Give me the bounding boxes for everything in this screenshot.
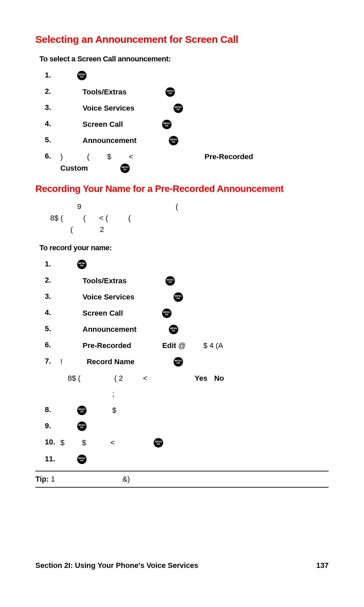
label-announcement: Announcement <box>83 324 136 335</box>
label-edit: Edit <box>162 341 176 351</box>
heading-recording-name: Recording Your Name for a Pre-Recorded A… <box>35 183 329 194</box>
menu-ok-icon: MENUOK <box>169 136 178 145</box>
step-b11: 11. MENUOK <box>45 455 329 465</box>
label-tools-extras: Tools/Extras <box>83 87 126 97</box>
menu-ok-icon: MENUOK <box>165 276 175 286</box>
step-a5: 5. Announcement MENUOK <box>45 136 329 146</box>
step-number: 11. <box>45 455 60 463</box>
step-b4: 4. Screen Call MENUOK <box>45 308 329 318</box>
label-voice-services: Voice Services <box>83 292 134 302</box>
menu-ok-icon: MENUOK <box>154 438 163 447</box>
step-number: 1. <box>45 71 60 80</box>
text-fragment: $ <box>60 438 64 448</box>
step-number: 3. <box>45 292 60 301</box>
label-custom: Custom <box>60 163 88 173</box>
label-pre-recorded: Pre-Recorded <box>205 152 253 162</box>
label-no: No <box>214 374 224 382</box>
menu-ok-icon: MENUOK <box>162 309 172 318</box>
step-b2: 2. Tools/Extras MENUOK <box>45 276 329 286</box>
label-tools-extras: Tools/Extras <box>83 276 126 286</box>
steps-list-b: 1. MENUOK 2. Tools/Extras MENUOK 3. Voic… <box>45 260 329 465</box>
label-record-name: Record Name <box>87 357 134 367</box>
label-voice-services: Voice Services <box>83 103 134 113</box>
step-number: 4. <box>45 119 60 128</box>
steps-list-a: 1. MENUOK 2. Tools/Extras MENUOK 3. Voic… <box>45 71 329 173</box>
step-number: 2. <box>45 276 60 285</box>
menu-ok-icon: MENUOK <box>169 325 178 334</box>
paragraph-intro: 9( 8$ ((< (( (2 <box>50 201 329 235</box>
menu-ok-icon: MENUOK <box>165 87 175 97</box>
subheading-record-name: To record your name: <box>39 243 329 252</box>
step-number: 1. <box>45 260 60 268</box>
footer-section: Section 2I: Using Your Phone's Voice Ser… <box>35 561 198 570</box>
step-a2: 2. Tools/Extras MENUOK <box>45 87 329 97</box>
step-number: 8. <box>45 405 60 414</box>
label-screen-call: Screen Call <box>83 119 123 129</box>
label-pre-recorded: Pre-Recorded <box>83 341 131 351</box>
text-fragment: $ 4 (A <box>203 341 223 351</box>
menu-ok-icon: MENUOK <box>174 357 183 367</box>
menu-ok-icon: MENUOK <box>77 422 87 431</box>
step-a4: 4. Screen Call MENUOK <box>45 119 329 129</box>
label-screen-call: Screen Call <box>83 308 123 318</box>
tip-box: Tip: 1&) <box>35 471 329 488</box>
step-b6: 6. Pre-Recorded Edit @ $ 4 (A <box>45 341 329 351</box>
text-fragment: < <box>111 438 115 448</box>
menu-ok-icon: MENUOK <box>77 260 87 269</box>
step-b8: 8. MENUOK $ <box>45 405 329 415</box>
menu-ok-icon: MENUOK <box>174 104 183 113</box>
text-fragment: ) <box>60 152 63 162</box>
text-fragment: ! <box>60 357 62 367</box>
step-number: 10. <box>45 438 60 446</box>
step-number: 5. <box>45 136 60 144</box>
step-b5: 5. Announcement MENUOK <box>45 324 329 335</box>
step-b7: 7. ! Record Name MENUOK <box>45 357 329 367</box>
menu-ok-icon: MENUOK <box>77 71 87 80</box>
text-fragment: @ <box>178 341 186 351</box>
menu-ok-icon: MENUOK <box>162 120 172 129</box>
step-number: 9. <box>45 422 60 430</box>
tip-text-a: 1 <box>51 475 55 483</box>
subheading-select-announcement: To select a Screen Call announcement: <box>39 55 329 63</box>
step-b9: 9. MENUOK <box>45 422 329 432</box>
label-announcement: Announcement <box>83 136 136 146</box>
tip-text-b: &) <box>122 475 130 483</box>
step-number: 2. <box>45 87 60 96</box>
menu-ok-icon: MENUOK <box>120 164 130 173</box>
step-number: 6. <box>45 341 60 349</box>
menu-ok-icon: MENUOK <box>77 455 87 464</box>
step-number: 4. <box>45 308 60 317</box>
menu-ok-icon: MENUOK <box>77 406 87 415</box>
note-line-2: ; <box>112 388 329 399</box>
heading-selecting-announcement: Selecting an Announcement for Screen Cal… <box>35 34 329 45</box>
note-line-1: 8$ (( 2<YesNo <box>68 373 329 384</box>
step-a1: 1. MENUOK <box>45 71 329 81</box>
menu-ok-icon: MENUOK <box>174 292 183 302</box>
step-a6: 6. ) ( $ < Pre-Recorded Custom MENUOK <box>45 152 329 173</box>
step-number: 3. <box>45 103 60 112</box>
text-fragment: $ <box>107 152 111 162</box>
text-fragment: < <box>129 152 133 162</box>
text-fragment: $ <box>112 405 116 415</box>
text-fragment: $ <box>82 438 86 448</box>
tip-label: Tip: <box>35 475 49 483</box>
label-yes: Yes <box>194 374 207 382</box>
step-b3: 3. Voice Services MENUOK <box>45 292 329 302</box>
step-a3: 3. Voice Services MENUOK <box>45 103 329 113</box>
step-number: 6. <box>45 152 60 161</box>
page-footer: Section 2I: Using Your Phone's Voice Ser… <box>35 561 329 570</box>
footer-page-number: 137 <box>316 561 329 570</box>
step-b1: 1. MENUOK <box>45 260 329 270</box>
text-fragment: ( <box>87 152 89 162</box>
step-number: 7. <box>45 357 60 366</box>
step-b10: 10. $ $ < MENUOK <box>45 438 329 448</box>
step-number: 5. <box>45 324 60 333</box>
